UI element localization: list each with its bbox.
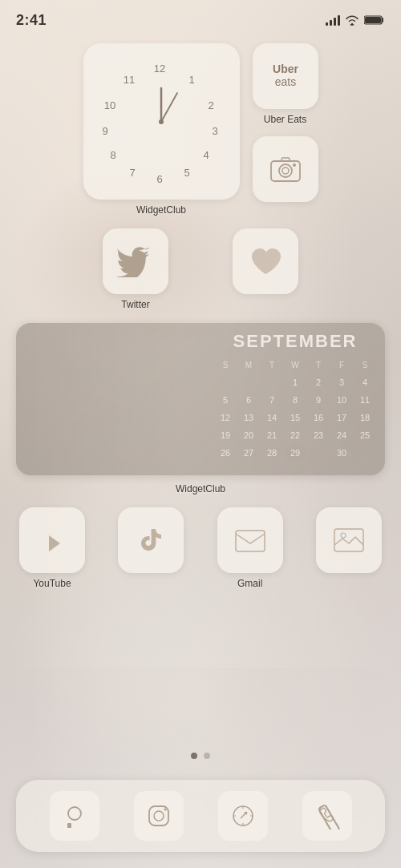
row-1: 12 1 2 3 4 5 6 7 8 9 10 11 <box>16 43 385 216</box>
tiktok-icon <box>118 507 184 573</box>
svg-text:10: 10 <box>104 99 115 111</box>
health-icon <box>233 228 298 294</box>
svg-text:Uber: Uber <box>273 63 298 75</box>
uber-eats-app[interactable]: Uber eats Uber Eats <box>253 43 318 125</box>
signal-icon <box>326 14 340 26</box>
cal-hdr-th: T <box>308 357 329 373</box>
clock-widget-label: WidgetClub <box>136 204 186 216</box>
youtube-app[interactable]: YouTube <box>19 507 85 589</box>
svg-point-23 <box>293 164 296 167</box>
calendar-header-row: S M T W T F S <box>215 357 375 373</box>
youtube-label: YouTube <box>33 578 71 589</box>
cal-week-5: 26 27 28 29 30 <box>215 445 375 461</box>
svg-point-0 <box>351 23 353 25</box>
spacer <box>16 602 385 733</box>
svg-point-22 <box>282 168 289 174</box>
svg-text:eats: eats <box>274 75 295 88</box>
svg-line-16 <box>161 93 177 122</box>
svg-point-21 <box>279 164 292 177</box>
home-screen-content: 12 1 2 3 4 5 6 7 8 9 10 11 <box>0 35 401 773</box>
clock-face: 12 1 2 3 4 5 6 7 8 9 10 11 <box>97 58 225 186</box>
calendar-widget-label: WidgetClub <box>176 483 225 495</box>
cal-hdr-t: T <box>261 357 282 373</box>
dock-item-instagram[interactable] <box>134 791 184 841</box>
svg-rect-25 <box>236 531 265 551</box>
calendar-section: SEPTEMBER S M T W T F S <box>16 323 385 495</box>
svg-text:4: 4 <box>203 149 209 161</box>
page-dots <box>16 753 385 759</box>
photos-icon <box>316 507 382 573</box>
svg-text:8: 8 <box>110 149 115 161</box>
svg-text:11: 11 <box>124 74 135 86</box>
uber-eats-icon: Uber eats <box>253 43 318 109</box>
twitter-app[interactable]: Twitter <box>103 228 168 310</box>
page-dot-2 <box>204 753 210 759</box>
svg-text:9: 9 <box>102 125 107 137</box>
cal-hdr-sa: S <box>354 357 375 373</box>
gmail-icon <box>217 507 283 573</box>
battery-icon <box>364 14 385 26</box>
cal-week-3: 12 13 14 15 16 17 18 <box>215 410 375 426</box>
calendar-grid-container: SEPTEMBER S M T W T F S <box>215 331 375 462</box>
svg-text:3: 3 <box>212 125 217 137</box>
cal-week-1: 1 2 3 4 <box>215 374 375 390</box>
cal-week-4: 19 20 21 22 23 24 25 <box>215 427 375 443</box>
calendar-grid: S M T W T F S 1 <box>215 357 375 461</box>
cal-hdr-s: S <box>215 357 236 373</box>
cal-hdr-w: W <box>285 357 306 373</box>
uber-eats-label: Uber Eats <box>264 114 306 125</box>
status-bar: 2:41 <box>0 0 401 35</box>
svg-text:5: 5 <box>184 167 189 179</box>
dock-item-patreon[interactable] <box>50 791 99 841</box>
gmail-app[interactable]: Gmail <box>217 507 283 589</box>
calendar-month: SEPTEMBER <box>215 331 375 352</box>
svg-point-31 <box>154 811 164 821</box>
svg-text:2: 2 <box>208 99 213 111</box>
cal-hdr-f: F <box>331 357 352 373</box>
photos-app[interactable] <box>316 507 382 589</box>
health-app[interactable] <box>233 228 298 310</box>
row-2: Twitter <box>16 228 385 310</box>
clock-widget: 12 1 2 3 4 5 6 7 8 9 10 11 <box>83 43 240 200</box>
calendar-image-overlay <box>16 323 176 475</box>
youtube-icon <box>19 507 85 573</box>
clock-widget-container[interactable]: 12 1 2 3 4 5 6 7 8 9 10 11 <box>83 43 240 216</box>
svg-text:6: 6 <box>156 173 162 185</box>
svg-text:12: 12 <box>154 63 165 75</box>
wifi-icon <box>345 14 359 26</box>
twitter-icon <box>103 228 168 294</box>
svg-point-28 <box>68 807 81 820</box>
right-col-1: Uber eats Uber Eats <box>253 43 318 216</box>
svg-rect-29 <box>67 823 71 828</box>
dock-item-safari[interactable] <box>218 791 268 841</box>
camera-app[interactable] <box>253 136 318 207</box>
status-icons <box>326 14 385 26</box>
page-dot-1 <box>191 753 197 759</box>
svg-text:7: 7 <box>129 167 135 179</box>
svg-point-32 <box>164 809 166 811</box>
svg-point-27 <box>341 533 346 538</box>
status-time: 2:41 <box>16 12 47 29</box>
dock-item-phone[interactable] <box>302 791 352 841</box>
calendar-widget[interactable]: SEPTEMBER S M T W T F S <box>16 323 385 475</box>
gmail-label: Gmail <box>237 578 262 589</box>
row-3-apps: YouTube Gmail <box>16 507 385 589</box>
camera-icon <box>253 136 318 202</box>
twitter-label: Twitter <box>121 299 149 310</box>
cal-week-2: 5 6 7 8 9 10 11 <box>215 392 375 408</box>
tiktok-app[interactable] <box>118 507 184 589</box>
cal-hdr-m: M <box>238 357 259 373</box>
dock <box>16 780 385 852</box>
svg-marker-24 <box>49 535 60 551</box>
svg-text:1: 1 <box>188 74 194 86</box>
svg-rect-2 <box>365 17 381 23</box>
svg-point-17 <box>159 119 164 124</box>
